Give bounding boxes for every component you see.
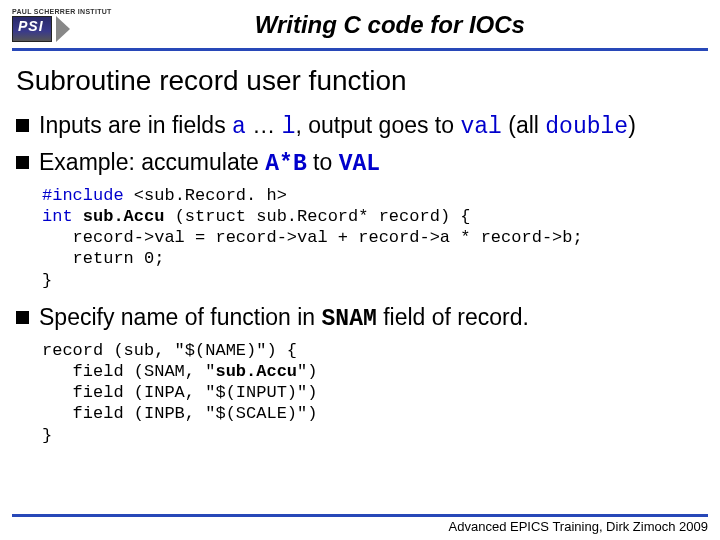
code-block-1: #include <sub.Record. h> int sub.Accu (s… (42, 185, 704, 291)
code: field (SNAM, " (42, 362, 215, 381)
bullet-3: Specify name of function in SNAM field o… (16, 303, 704, 334)
text: Inputs are in fields (39, 112, 232, 138)
keyword: #include (42, 186, 134, 205)
code-a: a (232, 114, 246, 140)
slide-header: PAUL SCHERRER INSTITUT PSI Writing C cod… (0, 0, 720, 48)
footer-text: Advanced EPICS Training, Dirk Zimoch 200… (449, 519, 708, 534)
code: return 0; (42, 249, 164, 268)
bullet-3-text: Specify name of function in SNAM field o… (39, 303, 704, 334)
bullet-1: Inputs are in fields a … l, output goes … (16, 111, 704, 142)
code-val-caps: VAL (339, 151, 380, 177)
func-name: sub.Accu (215, 362, 297, 381)
func-name: sub.Accu (83, 207, 165, 226)
code: (struct sub.Record* record) { (164, 207, 470, 226)
code-expr: A*B (265, 151, 306, 177)
psi-logo: PAUL SCHERRER INSTITUT PSI (12, 8, 112, 42)
code: } (42, 271, 52, 290)
bullet-marker-icon (16, 119, 29, 132)
text: Example: accumulate (39, 149, 265, 175)
text: to (307, 149, 339, 175)
code: field (INPB, "$(SCALE)") (42, 404, 317, 423)
bullet-1-text: Inputs are in fields a … l, output goes … (39, 111, 704, 142)
bullet-marker-icon (16, 156, 29, 169)
text: field of record. (377, 304, 529, 330)
code-val: val (460, 114, 501, 140)
code: } (42, 426, 52, 445)
institute-name: PAUL SCHERRER INSTITUT (12, 8, 112, 15)
code: record->val = record->val + record->a * … (42, 228, 583, 247)
keyword: int (42, 207, 83, 226)
code-snam: SNAM (322, 306, 377, 332)
bullet-2-text: Example: accumulate A*B to VAL (39, 148, 704, 179)
bullet-2: Example: accumulate A*B to VAL (16, 148, 704, 179)
code: record (sub, "$(NAME)") { (42, 341, 297, 360)
text: ) (628, 112, 636, 138)
text: … (246, 112, 282, 138)
slide-title: Writing C code for IOCs (132, 11, 708, 39)
slide-subheading: Subroutine record user function (16, 65, 704, 97)
code: field (INPA, "$(INPUT)") (42, 383, 317, 402)
header-divider (12, 48, 708, 51)
code-l: l (282, 114, 296, 140)
text: , output goes to (295, 112, 460, 138)
code: ") (297, 362, 317, 381)
bullet-marker-icon (16, 311, 29, 324)
code-block-2: record (sub, "$(NAME)") { field (SNAM, "… (42, 340, 704, 446)
text: Specify name of function in (39, 304, 322, 330)
text: (all (502, 112, 545, 138)
code-double: double (545, 114, 628, 140)
include-path: <sub.Record. h> (134, 186, 287, 205)
slide-footer: Advanced EPICS Training, Dirk Zimoch 200… (12, 514, 708, 534)
slide-body: Subroutine record user function Inputs a… (0, 65, 720, 446)
